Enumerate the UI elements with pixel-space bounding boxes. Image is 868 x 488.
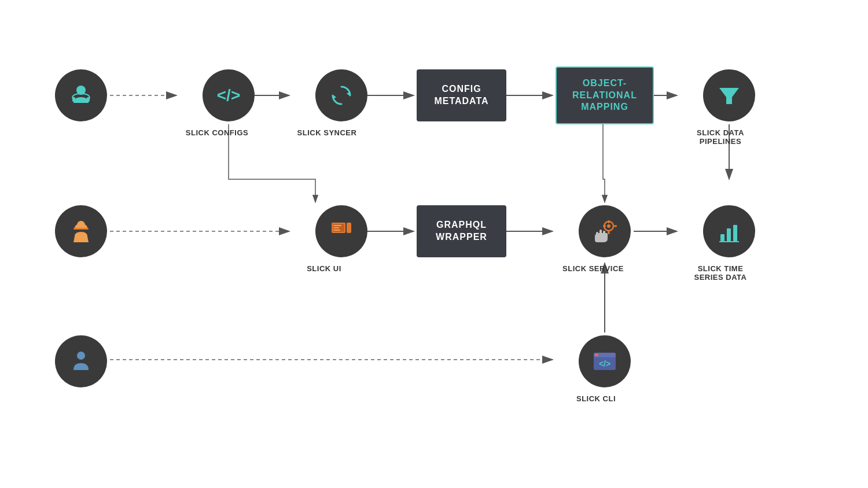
svg-rect-35 [599,230,602,234]
svg-text:</>: </> [217,86,240,104]
slick-cli-node: </> [579,335,631,387]
orm-node: OBJECT-RELATIONALMAPPING [556,66,654,124]
svg-rect-39 [727,228,731,241]
config-metadata-node: CONFIGMETADATA [417,69,506,121]
svg-point-30 [607,224,610,228]
svg-rect-36 [603,231,605,234]
graphql-wrapper-label: GRAPHQLWRAPPER [436,219,487,243]
svg-rect-38 [720,234,724,241]
svg-marker-18 [347,91,350,96]
slick-ui-label: SLICK UI [298,264,350,273]
slick-service-label: SLICK SERVICE [553,264,634,273]
slick-syncer-label: SLICK SYNCER [289,128,365,137]
slick-time-series-node [703,205,755,257]
graphql-wrapper-node: GRAPHQLWRAPPER [417,205,506,257]
slick-configs-node: </> [203,69,255,121]
svg-marker-20 [719,88,739,104]
svg-marker-19 [333,95,336,99]
slick-data-pipelines-node [703,69,755,121]
svg-rect-32 [608,231,610,234]
diagram-container: </> SLICK CONFIGS SLICK SYNCER CONFIGMET… [0,0,868,488]
user2-node [55,205,107,257]
svg-rect-26 [333,225,341,226]
slick-syncer-node [315,69,367,121]
svg-rect-45 [595,354,598,356]
svg-rect-22 [73,228,89,230]
svg-rect-37 [596,232,598,236]
slick-configs-label: SLICK CONFIGS [179,128,255,137]
svg-rect-25 [347,223,351,233]
svg-rect-31 [608,220,610,223]
svg-text:</>: </> [599,359,610,368]
svg-rect-27 [333,227,339,228]
user1-node [55,69,107,121]
slick-service-node [579,205,631,257]
slick-data-pipelines-label: SLICK DATAPIPELINES [680,128,761,146]
orm-label: OBJECT-RELATIONALMAPPING [572,77,637,113]
svg-rect-28 [333,230,340,231]
slick-time-series-label: SLICK TIMESERIES DATA [680,264,761,282]
config-metadata-label: CONFIGMETADATA [434,83,488,108]
svg-rect-40 [733,225,737,241]
slick-ui-node [315,205,367,257]
slick-cli-label: SLICK CLI [558,394,634,403]
user3-node [55,335,107,387]
svg-rect-33 [603,225,606,227]
svg-point-42 [77,352,85,360]
svg-rect-34 [614,225,617,227]
